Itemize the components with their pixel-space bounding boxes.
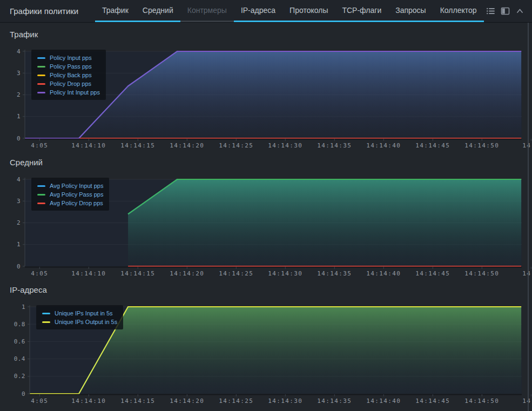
x-tick-label: 14:14:30 — [268, 142, 302, 149]
x-tick-label: 14:14:10 — [71, 397, 106, 405]
series-swatch-icon — [37, 194, 45, 196]
scrollbar[interactable] — [528, 23, 529, 411]
chart-title-traffic: Трафик — [10, 30, 38, 39]
legend-label: Avg Policy Pass pps — [50, 191, 103, 198]
chevron-up-icon[interactable] — [515, 6, 524, 16]
x-tick-label: 14:14:10 — [71, 142, 106, 149]
y-tick-label: 0 — [17, 263, 21, 270]
x-tick-label: 14:14:25 — [219, 397, 253, 405]
y-tick-label: 1 — [22, 304, 25, 311]
legend-item[interactable]: Avg Policy Input pps — [37, 181, 103, 190]
x-tick-label: 14:14:40 — [366, 270, 401, 277]
y-tick-label: 2 — [17, 91, 21, 98]
x-tick-label: 14:14:30 — [268, 397, 302, 405]
legend-item[interactable]: Policy Pass pps — [37, 62, 100, 71]
chart-title-ip-addresses: IP-адреса — [10, 285, 47, 294]
y-tick-label: 1 — [17, 113, 21, 120]
y-tick-label: 3 — [17, 198, 21, 205]
tab-countermeasures[interactable]: Контрмеры — [180, 0, 234, 22]
series-swatch-icon — [37, 92, 45, 93]
legend-ip-addresses: Unique IPs Input in 5sUnique IPs Output … — [36, 305, 123, 329]
legend-item[interactable]: Policy Drop pps — [37, 79, 100, 88]
tab-average[interactable]: Средний — [136, 0, 180, 22]
legend-average: Avg Policy Input ppsAvg Policy Pass ppsA… — [31, 178, 109, 211]
y-tick-label: 2 — [17, 219, 21, 226]
x-tick-label: 14:14:20 — [170, 270, 204, 277]
legend-label: Policy Input pps — [50, 55, 92, 61]
list-icon[interactable] — [486, 6, 495, 16]
y-tick-label: 0.4 — [14, 355, 25, 362]
legend-label: Policy Back pps — [50, 72, 92, 78]
legend-item[interactable]: Policy Int Input pps — [37, 88, 100, 97]
y-tick-label: 0.6 — [14, 338, 25, 345]
x-tick-label: 14:14:35 — [317, 270, 352, 277]
series-fill-1 — [128, 179, 521, 266]
series-swatch-icon — [42, 313, 50, 314]
chart-title-average: Средний — [10, 158, 43, 167]
y-tick-label: 3 — [17, 70, 21, 77]
x-tick-label: 14:14:20 — [170, 142, 204, 149]
x-tick-label: 14:14:15 — [120, 270, 155, 277]
legend-item[interactable]: Policy Back pps — [37, 71, 100, 79]
series-swatch-icon — [37, 75, 45, 76]
legend-label: Policy Pass pps — [50, 63, 92, 70]
x-tick-label: 14:14:50 — [464, 270, 499, 277]
series-swatch-icon — [37, 83, 45, 85]
header-icons — [486, 0, 524, 22]
x-tick-label: 14:14:25 — [219, 142, 253, 149]
y-tick-label: 4 — [17, 48, 21, 55]
legend-label: Policy Drop pps — [50, 80, 91, 87]
topbar: Графики политики ТрафикСреднийКонтрмерыI… — [0, 0, 532, 23]
tab-collector[interactable]: Коллектор — [433, 0, 484, 22]
x-tick-label: 14:14:50 — [464, 397, 499, 405]
x-tick-label: 14:14:50 — [464, 142, 499, 149]
x-tick-label: 14:14:45 — [415, 270, 450, 277]
x-tick-label: 14:14:35 — [317, 142, 352, 149]
x-tick-label: 4:05 — [31, 270, 48, 277]
legend-label: Avg Policy Input pps — [50, 183, 103, 189]
series-swatch-icon — [37, 185, 45, 187]
series-swatch-icon — [37, 203, 45, 204]
y-tick-label: 0.2 — [14, 373, 25, 380]
legend-label: Unique IPs Output in 5s — [55, 319, 117, 325]
tab-queries[interactable]: Запросы — [388, 0, 433, 22]
tab-tcp-flags[interactable]: TCP-флаги — [335, 0, 388, 22]
tab-ip-addresses[interactable]: IP-адреса — [234, 0, 282, 22]
y-tick-label: 0 — [17, 135, 21, 142]
x-tick-label: 14:14:15 — [120, 397, 155, 405]
page-title: Графики политики — [10, 0, 78, 22]
legend-label: Policy Int Input pps — [50, 89, 100, 96]
series-swatch-icon — [37, 66, 45, 68]
x-tick-label: 14:14:20 — [170, 397, 204, 405]
legend-label: Avg Policy Drop pps — [50, 200, 103, 206]
x-tick-label: 14:14:10 — [71, 270, 106, 277]
y-tick-label: 0.8 — [14, 321, 25, 328]
x-tick-label: 14:14:45 — [415, 397, 450, 405]
legend-item[interactable]: Unique IPs Input in 5s — [42, 309, 117, 318]
legend-label: Unique IPs Input in 5s — [55, 310, 113, 316]
x-tick-label: 4:05 — [31, 142, 48, 149]
legend-item[interactable]: Unique IPs Output in 5s — [42, 318, 117, 326]
x-tick-label: 14:14:25 — [219, 270, 253, 277]
x-tick-label: 14:14:40 — [366, 397, 401, 405]
x-tick-label: 14:14:40 — [366, 142, 401, 149]
legend-item[interactable]: Policy Input pps — [37, 53, 100, 62]
x-tick-label: 14:14:45 — [415, 142, 450, 149]
tab-traffic[interactable]: Трафик — [95, 0, 136, 22]
y-tick-label: 0 — [22, 390, 25, 397]
x-tick-label: 14:14:30 — [268, 270, 302, 277]
columns-icon[interactable] — [501, 6, 510, 16]
legend-item[interactable]: Avg Policy Drop pps — [37, 199, 103, 207]
series-swatch-icon — [42, 321, 50, 323]
legend-traffic: Policy Input ppsPolicy Pass ppsPolicy Ba… — [31, 50, 106, 100]
x-tick-label: 14:14:35 — [317, 397, 352, 405]
series-swatch-icon — [37, 57, 45, 59]
x-tick-label: 14:14:15 — [120, 142, 155, 149]
y-tick-label: 1 — [17, 241, 21, 248]
y-tick-label: 4 — [17, 176, 21, 183]
tab-protocols[interactable]: Протоколы — [282, 0, 335, 22]
tab-bar: ТрафикСреднийКонтрмерыIP-адресаПротоколы… — [95, 0, 484, 22]
x-tick-label: 4:05 — [31, 397, 48, 405]
legend-item[interactable]: Avg Policy Pass pps — [37, 190, 103, 199]
